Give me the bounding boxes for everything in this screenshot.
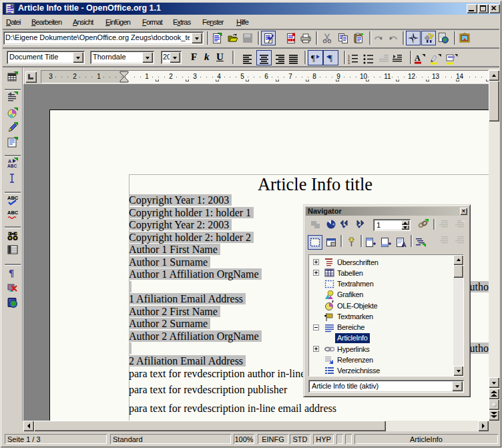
svg-text:¶: ¶ — [9, 268, 14, 278]
svg-text:3.: 3. — [348, 61, 350, 65]
svg-text:A: A — [8, 159, 11, 164]
svg-text:ABC: ABC — [7, 210, 18, 216]
svg-text:ABC: ABC — [7, 195, 18, 201]
svg-text:¶: ¶ — [311, 53, 315, 63]
svg-text:A: A — [415, 53, 421, 63]
svg-text:ABC: ABC — [7, 164, 17, 168]
